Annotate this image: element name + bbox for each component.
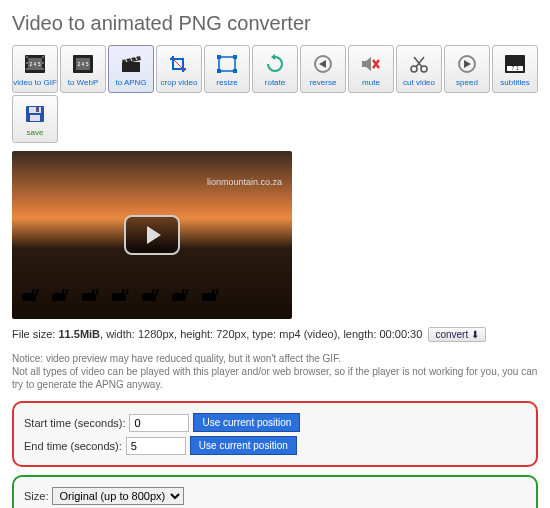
- tool-video-to-gif[interactable]: 2 4 5 video to GIF: [12, 45, 58, 93]
- play-button[interactable]: [124, 215, 180, 255]
- time-range-group: Start time (seconds): Use current positi…: [12, 401, 538, 467]
- toolbar: 2 4 5 video to GIF 2 4 5 to WebP to APNG…: [12, 45, 538, 143]
- tool-rotate[interactable]: rotate: [252, 45, 298, 93]
- svg-rect-36: [36, 107, 39, 112]
- tool-to-webp[interactable]: 2 4 5 to WebP: [60, 45, 106, 93]
- tool-crop-video[interactable]: crop video: [156, 45, 202, 93]
- tool-label: resize: [216, 79, 237, 87]
- speed-icon: [456, 52, 478, 76]
- tool-label: cut video: [403, 79, 435, 87]
- svg-marker-22: [271, 54, 275, 60]
- svg-rect-34: [29, 107, 41, 113]
- tool-speed[interactable]: speed: [444, 45, 490, 93]
- tool-label: reverse: [310, 79, 337, 87]
- svg-point-8: [42, 68, 44, 70]
- scissors-icon: [408, 52, 430, 76]
- tool-label: rotate: [265, 79, 285, 87]
- reverse-icon: [312, 52, 334, 76]
- use-position-start-button[interactable]: Use current position: [193, 413, 300, 432]
- svg-rect-13: [122, 62, 140, 72]
- end-time-input[interactable]: [126, 437, 186, 455]
- svg-rect-17: [219, 57, 235, 71]
- file-info-prefix: File size:: [12, 328, 58, 340]
- end-time-label: End time (seconds):: [24, 440, 122, 452]
- use-position-end-button[interactable]: Use current position: [190, 436, 297, 455]
- svg-rect-18: [217, 55, 221, 59]
- svg-point-4: [26, 62, 28, 64]
- start-time-label: Start time (seconds):: [24, 417, 125, 429]
- save-icon: [24, 102, 46, 126]
- crop-icon: [168, 52, 190, 76]
- tool-label: mute: [362, 79, 380, 87]
- svg-point-6: [42, 56, 44, 58]
- file-info-rest: , width: 1280px, height: 720px, type: mp…: [100, 328, 422, 340]
- rotate-icon: [264, 52, 286, 76]
- svg-text:2 4 5: 2 4 5: [29, 61, 40, 67]
- svg-text:2 4 5: 2 4 5: [77, 61, 88, 67]
- page-title: Video to animated PNG converter: [12, 12, 538, 35]
- subtitles-icon: 7 1: [504, 52, 526, 76]
- resize-icon: [216, 52, 238, 76]
- film-icon: 2 4 5: [72, 52, 94, 76]
- svg-marker-29: [464, 60, 471, 68]
- size-select[interactable]: Original (up to 800px): [52, 487, 184, 505]
- svg-rect-35: [30, 115, 40, 121]
- notice-text: Notice: video preview may have reduced q…: [12, 352, 538, 391]
- size-label: Size:: [24, 490, 48, 502]
- file-info: File size: 11.5MiB, width: 1280px, heigh…: [12, 327, 538, 342]
- tool-label: subtitles: [500, 79, 529, 87]
- output-options-group: Size: Original (up to 800px) Frame rate …: [12, 475, 538, 508]
- watermark-text: lionmountain.co.za: [207, 177, 282, 187]
- tool-cut-video[interactable]: cut video: [396, 45, 442, 93]
- tool-mute[interactable]: mute: [348, 45, 394, 93]
- play-icon: [147, 226, 161, 244]
- tool-label: crop video: [161, 79, 198, 87]
- tool-label: to APNG: [115, 79, 146, 87]
- tool-label: save: [27, 129, 44, 137]
- svg-rect-19: [233, 55, 237, 59]
- start-time-input[interactable]: [129, 414, 189, 432]
- svg-text:7 1: 7 1: [512, 65, 519, 71]
- convert-small-button[interactable]: convert ⬇: [428, 327, 486, 342]
- mute-icon: [360, 52, 382, 76]
- tool-label: speed: [456, 79, 478, 87]
- tool-label: video to GIF: [13, 79, 57, 87]
- svg-marker-24: [319, 60, 326, 68]
- svg-point-5: [26, 68, 28, 70]
- video-scene: [12, 275, 292, 305]
- tool-to-apng[interactable]: to APNG: [108, 45, 154, 93]
- svg-rect-21: [233, 69, 237, 73]
- svg-point-3: [26, 56, 28, 58]
- tool-label: to WebP: [68, 79, 99, 87]
- tool-subtitles[interactable]: 7 1 subtitles: [492, 45, 538, 93]
- svg-point-7: [42, 62, 44, 64]
- film-icon: 2 4 5: [24, 52, 46, 76]
- tool-resize[interactable]: resize: [204, 45, 250, 93]
- download-icon: ⬇: [471, 329, 479, 340]
- svg-marker-25: [362, 57, 371, 71]
- svg-rect-20: [217, 69, 221, 73]
- tool-reverse[interactable]: reverse: [300, 45, 346, 93]
- clapper-icon: [120, 52, 142, 76]
- video-preview: lionmountain.co.za: [12, 151, 292, 319]
- file-size: 11.5MiB: [58, 328, 100, 340]
- tool-save[interactable]: save: [12, 95, 58, 143]
